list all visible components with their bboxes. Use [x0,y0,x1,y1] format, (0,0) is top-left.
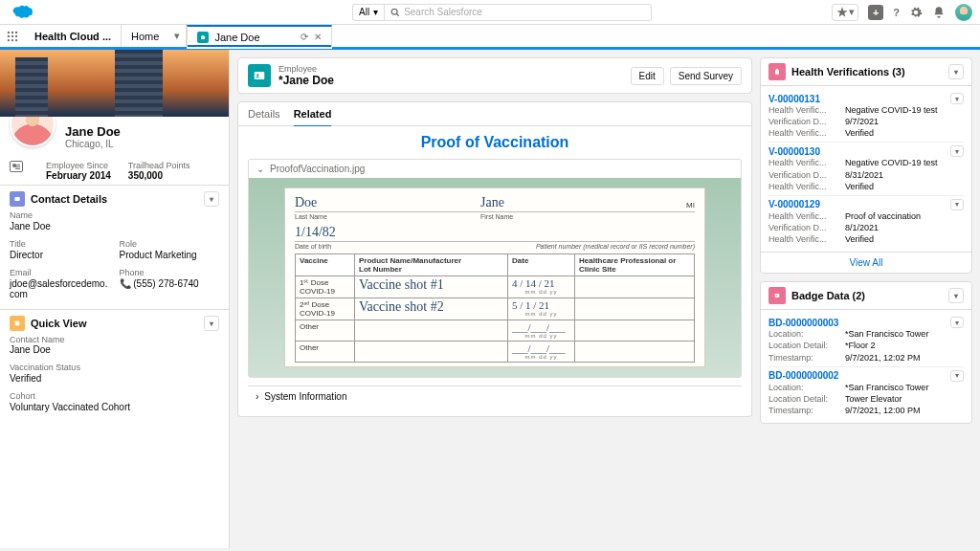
vcard-mi-label: MI [666,201,695,209]
record-name: *Jane Doe [278,74,334,87]
field-value: Product Marketing [120,249,220,260]
file-card: ⌄ ProofofVaccination.jpg Doe Jane MI Las… [248,159,742,378]
chevron-down-icon[interactable]: ⌄ [256,164,264,174]
label: Date of birth [295,243,381,250]
record-link[interactable]: V-00000131 [768,94,820,104]
svg-rect-12 [15,321,20,326]
tab-details[interactable]: Details [248,102,280,127]
chevron-down-icon: ▾ [174,30,180,42]
field-label: Name [10,210,219,220]
badge-data-title: Badge Data (2) [791,290,865,301]
chevron-down-icon: ▾ [373,7,378,17]
related-list-item: BD-0000000002▾ Location:*San Francisco T… [768,367,964,419]
notifications-bell-icon[interactable] [932,6,946,19]
right-sidebar: Health Verifications (3) ▾ V-00000131▾ H… [760,50,980,548]
tab-related[interactable]: Related [294,102,332,127]
email-link[interactable]: jdoe@salesforcedemo.com [10,277,110,299]
center-column: Employee *Jane Doe Edit Send Survey Deta… [230,50,760,548]
favorites-button[interactable]: ▾ [832,4,858,21]
user-avatar[interactable] [955,4,972,21]
table-cell [575,298,695,320]
table-cell: 5 / 1 / 21mm dd yy [508,298,575,320]
vcard-firstname: Jane [480,196,666,209]
nav-item-home[interactable]: Home [122,25,168,47]
trailhead-points-label: Trailhead Points [128,161,190,170]
svg-point-6 [15,34,17,36]
table-cell: 2ⁿᵈ Dose COVID-19 [296,298,355,320]
svg-point-9 [15,38,17,40]
table-cell: Vaccine shot #1 [355,276,508,298]
row-actions-icon[interactable]: ▾ [950,370,964,382]
file-preview: Doe Jane MI Last NameFirst Name 1/14/82 … [249,178,741,377]
system-information-section[interactable]: › System Information [248,386,742,407]
record-link[interactable]: V-00000130 [768,146,820,157]
table-cell [575,342,695,363]
edit-button[interactable]: Edit [631,67,664,85]
badge-data-card: Badge Data (2) ▾ BD-0000000003▾ Location… [760,281,972,424]
table-cell: Vaccine shot #2 [355,298,508,320]
workspace-tab-jane-doe[interactable]: Jane Doe ⟳ ✕ [187,25,331,47]
row-actions-icon[interactable]: ▾ [950,145,964,157]
nav-item-label: Home [131,31,159,42]
table-cell: ___/___/___mm dd yy [508,320,575,342]
profile-name: Jane Doe [65,124,121,139]
contact-link[interactable]: Jane Doe [10,343,51,355]
vcard-lastname: Doe [295,196,480,209]
phone-icon: 📞 [120,278,134,289]
health-verification-icon [768,63,786,80]
row-actions-icon[interactable]: ▾ [950,199,964,210]
app-nav: Health Cloud ... Home ▾ Jane Doe ⟳ ✕ [0,25,980,50]
close-tab-icon[interactable]: ✕ [314,32,322,42]
view-all-link[interactable]: View All [761,252,971,273]
table-cell: 4 / 14 / 21mm dd yy [508,276,575,298]
record-link[interactable]: BD-0000000003 [768,318,838,328]
field-label: Email [10,268,110,277]
collapse-quickview-icon[interactable]: ▾ [204,316,219,331]
svg-point-0 [391,9,397,14]
global-header: All ▾ Search Salesforce ▾ + ? [0,0,980,25]
app-launcher-icon[interactable] [0,25,25,47]
svg-rect-13 [255,72,265,79]
field-value: Jane Doe [10,220,219,231]
profile-location: Chicago, IL [65,139,121,149]
col-hcp: Healthcare Professional or Clinic Site [575,254,695,276]
salesforce-logo-icon [8,4,34,21]
collapse-contact-icon[interactable]: ▾ [204,191,219,207]
badge-data-icon [768,287,786,304]
svg-point-4 [8,34,10,36]
help-icon[interactable]: ? [893,7,900,18]
phone-value: 📞 (555) 278-6740 [120,277,220,289]
global-actions-button[interactable]: + [868,5,883,20]
related-list-item: V-00000130▾ Health Verific...Negative CO… [768,143,964,195]
related-list-item: BD-0000000003▾ Location:*San Francisco T… [768,314,964,366]
setup-gear-icon[interactable] [909,6,923,19]
table-cell [355,342,508,363]
card-menu-icon[interactable]: ▾ [948,64,964,79]
field-value: Director [10,249,110,260]
record-header: Employee *Jane Doe Edit Send Survey [237,57,752,94]
table-cell: 1ˢᵗ Dose COVID-19 [296,276,355,298]
record-link[interactable]: V-00000129 [768,199,820,209]
id-card-icon [10,161,23,172]
svg-point-1 [8,31,10,33]
col-vaccine: Vaccine [296,254,355,276]
svg-point-5 [11,34,13,36]
refresh-tab-icon[interactable]: ⟳ [301,32,308,42]
vaccination-card: Doe Jane MI Last NameFirst Name 1/14/82 … [284,187,705,367]
card-menu-icon[interactable]: ▾ [948,288,964,303]
table-cell: Other [296,320,355,342]
send-survey-button[interactable]: Send Survey [670,67,742,85]
table-cell: ___/___/___mm dd yy [508,342,575,363]
row-actions-icon[interactable]: ▾ [950,93,964,104]
file-name: ProofofVaccination.jpg [270,164,365,174]
row-actions-icon[interactable]: ▾ [950,317,964,328]
search-scope-picker[interactable]: All ▾ [352,4,384,21]
record-link[interactable]: BD-0000000002 [768,370,838,381]
employee-record-icon [248,64,271,87]
global-search-input[interactable]: Search Salesforce [384,4,652,21]
contact-icon [10,191,25,207]
svg-rect-11 [14,197,19,201]
nav-item-menu[interactable]: ▾ [168,25,187,47]
chevron-right-icon: › [256,391,258,402]
employee-icon [197,32,209,43]
